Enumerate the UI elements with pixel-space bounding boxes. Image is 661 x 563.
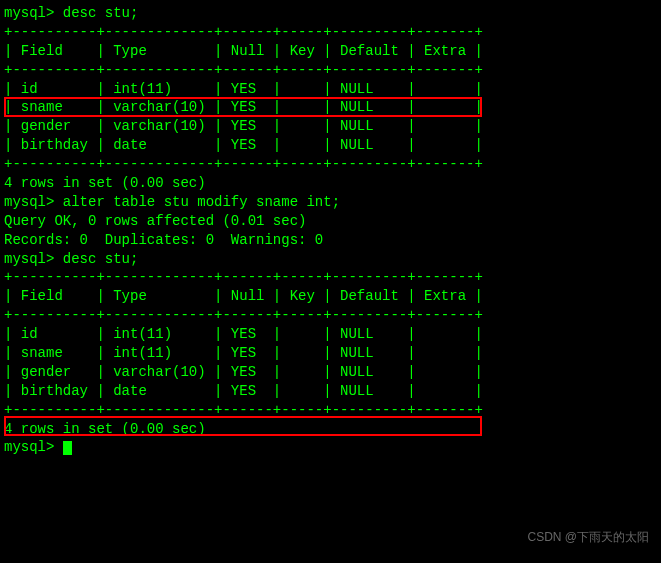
- table-separator: +----------+-------------+------+-----+-…: [4, 61, 657, 80]
- table-row: | gender | varchar(10) | YES | | NULL | …: [4, 117, 657, 136]
- current-prompt[interactable]: mysql>: [4, 438, 657, 457]
- result-summary: 4 rows in set (0.00 sec): [4, 420, 657, 439]
- records-info: Records: 0 Duplicates: 0 Warnings: 0: [4, 231, 657, 250]
- command-line-3: mysql> desc stu;: [4, 250, 657, 269]
- mysql-prompt: mysql>: [4, 5, 63, 21]
- table-row: | id | int(11) | YES | | NULL | |: [4, 325, 657, 344]
- command-line-2: mysql> alter table stu modify sname int;: [4, 193, 657, 212]
- mysql-prompt: mysql>: [4, 194, 63, 210]
- table-separator: +----------+-------------+------+-----+-…: [4, 23, 657, 42]
- command-text: alter table stu modify sname int;: [63, 194, 340, 210]
- command-line-1: mysql> desc stu;: [4, 4, 657, 23]
- table-header: | Field | Type | Null | Key | Default | …: [4, 42, 657, 61]
- command-text: desc stu;: [63, 251, 139, 267]
- table-separator: +----------+-------------+------+-----+-…: [4, 155, 657, 174]
- table-separator: +----------+-------------+------+-----+-…: [4, 268, 657, 287]
- result-summary: 4 rows in set (0.00 sec): [4, 174, 657, 193]
- table-row: | sname | varchar(10) | YES | | NULL | |: [4, 98, 657, 117]
- mysql-prompt: mysql>: [4, 251, 63, 267]
- command-text: desc stu;: [63, 5, 139, 21]
- mysql-prompt: mysql>: [4, 439, 63, 455]
- table-row: | gender | varchar(10) | YES | | NULL | …: [4, 363, 657, 382]
- table-row: | sname | int(11) | YES | | NULL | |: [4, 344, 657, 363]
- query-ok: Query OK, 0 rows affected (0.01 sec): [4, 212, 657, 231]
- table-row: | id | int(11) | YES | | NULL | |: [4, 80, 657, 99]
- table-separator: +----------+-------------+------+-----+-…: [4, 306, 657, 325]
- table-row: | birthday | date | YES | | NULL | |: [4, 382, 657, 401]
- table-row: | birthday | date | YES | | NULL | |: [4, 136, 657, 155]
- table-header: | Field | Type | Null | Key | Default | …: [4, 287, 657, 306]
- cursor-icon: [63, 441, 72, 455]
- watermark: CSDN @下雨天的太阳: [527, 529, 649, 545]
- table-separator: +----------+-------------+------+-----+-…: [4, 401, 657, 420]
